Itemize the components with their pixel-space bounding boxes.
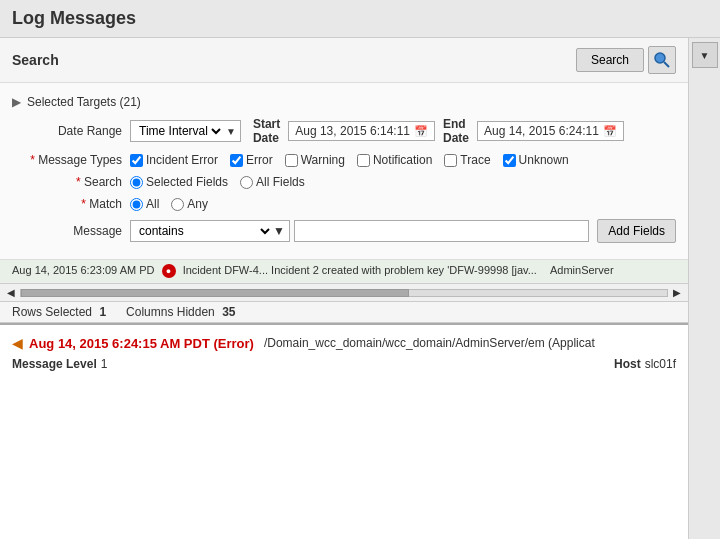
date-range-dropdown[interactable]: Time Interval xyxy=(135,123,224,139)
scrollbar-track[interactable] xyxy=(20,289,668,297)
chevron-down-icon: ▼ xyxy=(700,50,710,61)
end-date-label: EndDate xyxy=(443,117,469,145)
match-label: Match xyxy=(12,197,122,211)
selected-targets-label: Selected Targets (21) xyxy=(27,95,141,109)
message-level-field: Message Level 1 xyxy=(12,357,107,371)
date-range-label: Date Range xyxy=(12,124,122,138)
columns-hidden-value: 35 xyxy=(222,305,235,319)
radio-match-all[interactable]: All xyxy=(130,197,159,211)
search-button[interactable]: Search xyxy=(576,48,644,72)
expand-arrow-icon: ▶ xyxy=(12,95,21,109)
message-filter-label: Message xyxy=(12,224,122,238)
incident-icon: ● xyxy=(162,264,176,278)
rows-selected-label: Rows Selected xyxy=(12,305,92,319)
checkbox-notification[interactable]: Notification xyxy=(357,153,432,167)
radio-match-any[interactable]: Any xyxy=(171,197,208,211)
log-incident: Incident DFW-4... xyxy=(183,264,268,276)
message-types-options: Incident Error Error Warning Notificatio… xyxy=(130,153,581,167)
chevron-down-icon: ▼ xyxy=(273,224,285,238)
search-in-options: Selected Fields All Fields xyxy=(130,175,317,189)
search-icon-button[interactable] xyxy=(648,46,676,74)
checkbox-trace[interactable]: Trace xyxy=(444,153,490,167)
add-fields-button[interactable]: Add Fields xyxy=(597,219,676,243)
page-title: Log Messages xyxy=(0,0,720,38)
calendar-icon: 📅 xyxy=(414,125,428,138)
match-options: All Any xyxy=(130,197,220,211)
checkbox-error[interactable]: Error xyxy=(230,153,273,167)
scroll-right-icon[interactable]: ▶ xyxy=(670,287,684,298)
selected-targets[interactable]: ▶ Selected Targets (21) xyxy=(12,91,676,117)
scroll-left-icon[interactable]: ◀ xyxy=(4,287,18,298)
date-range-select[interactable]: Time Interval ▼ xyxy=(130,120,241,142)
search-icon xyxy=(654,52,670,68)
search-section-title: Search xyxy=(12,52,59,68)
horizontal-scrollbar[interactable]: ◀ ▶ xyxy=(0,283,688,301)
detail-panel: ◀ Aug 14, 2015 6:24:15 AM PDT (Error) /D… xyxy=(0,323,688,379)
rows-selected-value: 1 xyxy=(99,305,106,319)
svg-line-1 xyxy=(664,62,669,67)
host-value: slc01f xyxy=(645,357,676,371)
host-label: Host xyxy=(614,357,641,371)
svg-point-0 xyxy=(655,53,665,63)
log-server: AdminServer xyxy=(550,264,614,276)
message-types-label: Message Types xyxy=(12,153,122,167)
end-date-value[interactable]: Aug 14, 2015 6:24:11 📅 xyxy=(477,121,624,141)
detail-expand-icon[interactable]: ◀ xyxy=(12,335,23,351)
columns-hidden-label: Columns Hidden xyxy=(126,305,215,319)
checkbox-warning[interactable]: Warning xyxy=(285,153,345,167)
status-bar: Rows Selected 1 Columns Hidden 35 xyxy=(0,301,688,323)
right-panel-dropdown[interactable]: ▼ xyxy=(692,42,718,68)
start-date-label: StartDate xyxy=(253,117,280,145)
columns-hidden: Columns Hidden 35 xyxy=(126,305,235,319)
message-level-label: Message Level xyxy=(12,357,97,371)
start-date-value[interactable]: Aug 13, 2015 6:14:11 📅 xyxy=(288,121,435,141)
detail-path: /Domain_wcc_domain/wcc_domain/AdminServe… xyxy=(264,336,595,350)
checkbox-incident-error[interactable]: Incident Error xyxy=(130,153,218,167)
log-row[interactable]: Aug 14, 2015 6:23:09 AM PD ● Incident DF… xyxy=(0,260,688,283)
log-timestamp: Aug 14, 2015 6:23:09 AM PD xyxy=(12,264,155,276)
message-level-value: 1 xyxy=(101,357,108,371)
radio-selected-fields[interactable]: Selected Fields xyxy=(130,175,228,189)
message-operator-dropdown[interactable]: contains xyxy=(135,223,273,239)
message-operator-select[interactable]: contains ▼ xyxy=(130,220,290,242)
checkbox-unknown[interactable]: Unknown xyxy=(503,153,569,167)
detail-timestamp: Aug 14, 2015 6:24:15 AM PDT (Error) xyxy=(29,336,254,351)
search-in-label: Search xyxy=(12,175,122,189)
radio-all-fields[interactable]: All Fields xyxy=(240,175,305,189)
chevron-down-icon: ▼ xyxy=(226,126,236,137)
message-filter-input[interactable] xyxy=(294,220,589,242)
right-panel: ▼ xyxy=(688,38,720,539)
log-description: Incident 2 created with problem key 'DFW… xyxy=(271,264,537,276)
calendar-icon: 📅 xyxy=(603,125,617,138)
scrollbar-thumb[interactable] xyxy=(21,289,409,297)
rows-selected: Rows Selected 1 xyxy=(12,305,106,319)
host-field: Host slc01f xyxy=(614,357,676,371)
